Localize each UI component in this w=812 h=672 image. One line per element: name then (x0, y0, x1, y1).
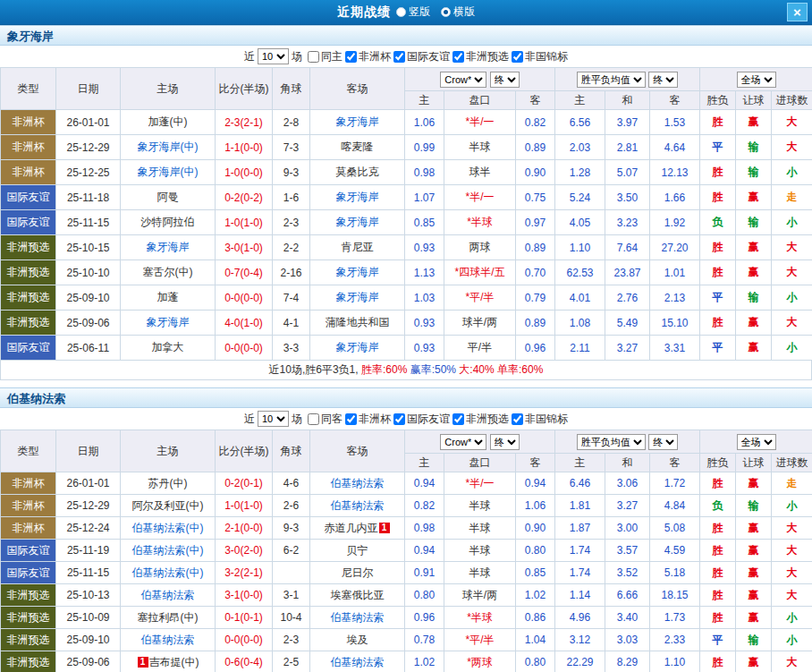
team-name[interactable]: 象牙海岸 (147, 316, 190, 328)
team-name[interactable]: 伯基纳法索(中) (132, 544, 204, 557)
avg-final-select[interactable]: 终 (648, 72, 678, 88)
odds-source-select[interactable]: Crow* (440, 72, 486, 88)
filter-option[interactable]: 非洲杯 (345, 49, 391, 64)
col-odds-home: 主 (405, 91, 444, 110)
corner-score: 2-6 (273, 495, 310, 517)
filter-option[interactable]: 非洲预选 (453, 412, 509, 427)
match-date: 25-11-19 (56, 540, 121, 562)
team-name[interactable]: 伯基纳法索 (331, 477, 385, 489)
result-wdl: 平 (700, 135, 736, 160)
radio-horizontal[interactable]: 横版 (441, 4, 475, 20)
match-count-select[interactable]: 10 (258, 48, 289, 64)
filter-checkbox[interactable] (345, 51, 357, 63)
handicap: *半/一 (444, 185, 516, 210)
team-name[interactable]: 伯基纳法索 (331, 499, 385, 512)
avg-draw: 8.29 (605, 651, 650, 672)
result-goals: 小 (772, 336, 812, 361)
filter-checkbox[interactable] (393, 413, 405, 425)
result-wdl: 胜 (700, 260, 736, 285)
result-handicap: 输 (736, 495, 772, 517)
team-name[interactable]: 象牙海岸 (336, 115, 379, 128)
match-date: 25-11-18 (56, 185, 121, 210)
away-team: 象牙海岸 (310, 210, 405, 235)
filter-option[interactable]: 国际友谊 (393, 49, 450, 64)
red-card-badge: 1 (138, 657, 148, 668)
result-wdl: 胜 (700, 562, 736, 584)
team-name: 蒲隆地共和国 (326, 316, 390, 328)
corner-score: 7-4 (273, 285, 310, 310)
match-count-select[interactable]: 10 (258, 411, 289, 427)
filter-checkbox[interactable] (393, 51, 405, 63)
filter-checkbox[interactable] (453, 51, 464, 63)
radio-vertical[interactable]: 竖版 (396, 4, 430, 20)
fullmatch-select[interactable]: 全场 (737, 72, 776, 88)
odds-away: 0.90 (516, 517, 555, 540)
result-handicap: 赢 (736, 540, 772, 562)
team-name[interactable]: 伯基纳法索 (331, 611, 385, 624)
avg-home: 1.08 (555, 310, 605, 336)
odds-source-select[interactable]: Crow* (440, 434, 486, 450)
avg-source-select[interactable]: 胜平负均值 (577, 72, 646, 88)
match-type-badge: 非洲预选 (1, 260, 56, 285)
filter-label: 国际友谊 (407, 412, 450, 427)
odds-home: 1.06 (405, 110, 444, 135)
team-name[interactable]: 伯基纳法索 (141, 589, 195, 601)
team-name[interactable]: 象牙海岸 (147, 241, 190, 253)
filter-checkbox[interactable] (453, 413, 464, 425)
team-name[interactable]: 象牙海岸 (336, 191, 379, 203)
filter-option[interactable]: 同主 (308, 49, 343, 64)
result-wdl: 胜 (700, 472, 736, 495)
filter-option[interactable]: 非国锦标 (512, 412, 568, 427)
team-name[interactable]: 象牙海岸 (336, 291, 379, 303)
match-type-badge: 国际友谊 (1, 562, 56, 584)
team-name[interactable]: 象牙海岸(中) (138, 166, 199, 178)
result-wdl: 胜 (700, 517, 736, 540)
team-name[interactable]: 伯基纳法索 (141, 634, 195, 646)
filter-option[interactable]: 非洲预选 (453, 49, 509, 64)
team-name[interactable]: 象牙海岸 (336, 266, 379, 278)
filter-checkbox[interactable] (345, 413, 357, 425)
team-name[interactable]: 象牙海岸 (336, 216, 379, 228)
odds-away: 0.86 (516, 607, 555, 629)
filter-option[interactable]: 非国锦标 (512, 49, 568, 64)
filter-checkbox[interactable] (512, 51, 523, 63)
filter-checkbox[interactable] (512, 413, 523, 425)
filter-checkbox[interactable] (308, 51, 319, 63)
odds-away: 0.89 (516, 310, 555, 336)
section-gap (0, 380, 812, 387)
filter-option[interactable]: 国际友谊 (393, 412, 450, 427)
filter-checkbox[interactable] (308, 413, 319, 425)
col-home: 主场 (121, 430, 216, 472)
avg-away: 1.92 (650, 210, 700, 235)
match-type-badge: 非洲预选 (1, 310, 56, 336)
summary-line: 近10场,胜6平3负1, 胜率:60% 赢率:50% 大:40% 单率:60% (0, 361, 812, 380)
match-date: 25-06-11 (56, 336, 121, 361)
team-name[interactable]: 伯基纳法索(中) (132, 522, 204, 534)
result-goals: 大 (772, 235, 812, 260)
odds-away: 1.02 (516, 584, 555, 607)
result-goals: 大 (772, 540, 812, 562)
col-type: 类型 (1, 68, 56, 110)
avg-away: 3.31 (650, 336, 700, 361)
summary-segment: 胜率:60% (361, 363, 410, 376)
avg-away: 4.64 (650, 135, 700, 160)
team-name: 莫桑比克 (336, 166, 379, 178)
team-name[interactable]: 象牙海岸 (336, 341, 379, 353)
filter-option[interactable]: 非洲杯 (345, 412, 391, 427)
summary-segment: 近10场,胜6平3负1, (269, 363, 361, 376)
avg-final-select[interactable]: 终 (648, 434, 678, 450)
odds-final-select[interactable]: 终 (490, 72, 520, 88)
handicap: *四球半/五 (444, 260, 516, 285)
team-name[interactable]: 象牙海岸(中) (138, 140, 199, 153)
avg-draw: 3.03 (605, 629, 650, 651)
close-button[interactable]: × (787, 3, 808, 21)
avg-source-select[interactable]: 胜平负均值 (577, 434, 646, 450)
filter-option[interactable]: 同客 (308, 412, 343, 427)
match-type-badge: 非洲预选 (1, 235, 56, 260)
fullmatch-select[interactable]: 全场 (737, 434, 776, 450)
team-name[interactable]: 伯基纳法索 (331, 656, 385, 668)
avg-draw: 5.07 (605, 160, 650, 185)
odds-final-select[interactable]: 终 (490, 434, 520, 450)
team-name[interactable]: 伯基纳法索(中) (132, 566, 204, 579)
avg-draw: 23.87 (605, 260, 650, 285)
